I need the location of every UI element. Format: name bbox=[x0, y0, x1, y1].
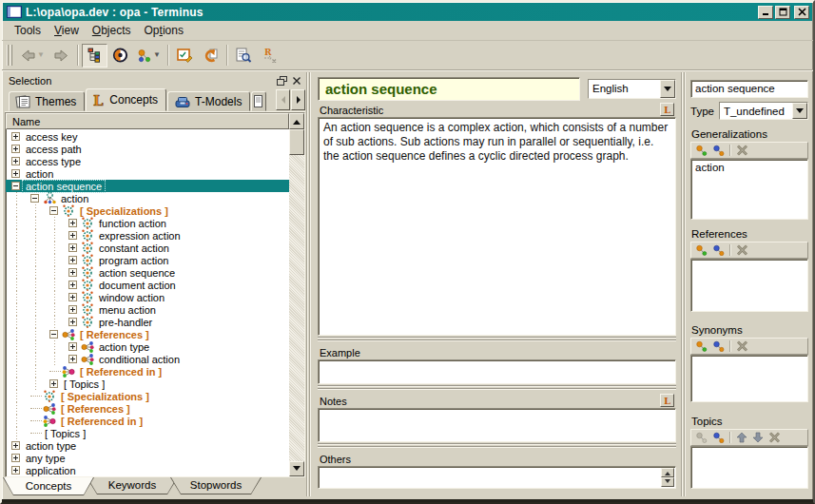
tree-row[interactable]: any type bbox=[6, 452, 289, 464]
tree-row[interactable]: [ References ] bbox=[6, 402, 289, 415]
tree-row[interactable]: window action bbox=[6, 291, 289, 303]
tree-row[interactable]: constant action bbox=[6, 242, 289, 254]
back-button[interactable]: ▼ bbox=[16, 44, 49, 68]
refresh-button[interactable]: R bbox=[257, 44, 282, 68]
down-arrow-icon[interactable] bbox=[752, 432, 764, 443]
minimize-button[interactable] bbox=[758, 6, 773, 19]
tree-row[interactable]: action type bbox=[6, 439, 289, 452]
language-select[interactable]: English bbox=[588, 79, 676, 99]
mini-scroll-down-button[interactable] bbox=[661, 477, 674, 487]
section-list[interactable] bbox=[690, 355, 808, 402]
tab-scroll-left-button[interactable] bbox=[276, 89, 290, 110]
expand-icon[interactable] bbox=[68, 268, 77, 277]
objects-button[interactable]: ▼ bbox=[133, 44, 165, 68]
field-others[interactable] bbox=[318, 466, 676, 489]
up-arrow-icon[interactable] bbox=[736, 432, 747, 443]
delete-icon[interactable] bbox=[736, 340, 748, 352]
delete-icon[interactable] bbox=[768, 432, 781, 443]
add-ref-icon[interactable] bbox=[712, 432, 725, 443]
expand-icon[interactable] bbox=[68, 256, 77, 264]
expand-icon[interactable] bbox=[68, 305, 77, 314]
tree-row[interactable]: function action bbox=[6, 217, 289, 229]
scroll-up-button[interactable] bbox=[289, 113, 304, 129]
expand-icon[interactable] bbox=[11, 157, 20, 165]
add-concept-icon[interactable] bbox=[695, 244, 708, 256]
menu-item-tools[interactable]: Tools bbox=[8, 22, 48, 39]
section-list[interactable]: action bbox=[690, 159, 808, 220]
tree-vertical-scrollbar[interactable] bbox=[289, 129, 304, 476]
chevron-down-icon[interactable] bbox=[792, 103, 807, 119]
tree-row[interactable]: [ References ] bbox=[6, 328, 289, 340]
tree-row[interactable]: menu action bbox=[6, 303, 289, 316]
bottom-tab-keywords[interactable]: Keywords bbox=[87, 477, 178, 494]
add-concept-gray-icon[interactable] bbox=[695, 432, 708, 443]
add-ref-icon[interactable] bbox=[712, 145, 725, 156]
tree-row[interactable]: access type bbox=[6, 155, 289, 167]
right-splitter[interactable] bbox=[680, 72, 687, 496]
titlebar[interactable]: L:\opa\opa.dev : opa - Terminus bbox=[3, 3, 812, 21]
mini-scrollbar[interactable] bbox=[661, 468, 674, 487]
expand-icon[interactable] bbox=[68, 342, 77, 351]
tree-row[interactable]: application bbox=[6, 464, 289, 476]
expand-icon[interactable] bbox=[11, 454, 20, 462]
tab-more[interactable] bbox=[251, 91, 266, 111]
close-button[interactable] bbox=[794, 6, 809, 19]
tab-concepts[interactable]: LConcepts bbox=[86, 88, 166, 111]
collapse-icon[interactable] bbox=[49, 206, 58, 215]
term-title[interactable]: action sequence bbox=[318, 77, 580, 101]
tree-row[interactable]: document action bbox=[6, 279, 289, 291]
tree-row[interactable]: action type bbox=[6, 340, 289, 353]
edit-form-button[interactable] bbox=[172, 44, 198, 68]
tree-row[interactable]: pre-handler bbox=[6, 316, 289, 328]
field-example[interactable] bbox=[318, 359, 676, 384]
tree-row[interactable]: [ Topics ] bbox=[6, 427, 289, 439]
dock-close-icon[interactable] bbox=[290, 74, 303, 87]
collapse-icon[interactable] bbox=[49, 330, 58, 339]
tree-row[interactable]: conditional action bbox=[6, 353, 289, 365]
expand-icon[interactable] bbox=[68, 355, 77, 363]
expand-icon[interactable] bbox=[11, 466, 20, 475]
expand-icon[interactable] bbox=[11, 145, 20, 153]
report-button[interactable] bbox=[231, 44, 257, 68]
chevron-down-icon[interactable] bbox=[660, 80, 675, 98]
section-list[interactable] bbox=[690, 259, 808, 312]
tree-row[interactable]: program action bbox=[6, 254, 289, 266]
mini-scroll-up-button[interactable] bbox=[661, 468, 674, 477]
web-button[interactable] bbox=[107, 44, 133, 68]
tree-view-button[interactable] bbox=[82, 44, 107, 68]
toolbar-handle[interactable] bbox=[7, 45, 13, 66]
tree-row[interactable]: expression action bbox=[6, 229, 289, 242]
maximize-button[interactable] bbox=[775, 6, 790, 19]
expand-icon[interactable] bbox=[68, 243, 77, 252]
tab-t-models[interactable]: T-Models bbox=[167, 91, 250, 111]
expand-icon[interactable] bbox=[11, 132, 20, 141]
section-splitter[interactable] bbox=[318, 336, 676, 343]
field-characteristic[interactable]: An action sequence is a complex action, … bbox=[318, 117, 676, 336]
language-variant-button[interactable]: L bbox=[660, 394, 674, 407]
delete-icon[interactable] bbox=[736, 145, 748, 156]
add-concept-icon[interactable] bbox=[695, 145, 708, 156]
add-ref-icon[interactable] bbox=[712, 244, 725, 256]
scrollbar-track[interactable] bbox=[289, 155, 304, 461]
tree-row[interactable]: action bbox=[6, 192, 289, 204]
tree-row[interactable]: [ Referenced in ] bbox=[6, 415, 289, 427]
type-select[interactable]: T_undefined bbox=[719, 102, 808, 120]
tree-row[interactable]: [ Specializations ] bbox=[6, 390, 289, 402]
expand-icon[interactable] bbox=[11, 169, 20, 178]
field-notes[interactable] bbox=[318, 408, 676, 442]
tab-themes[interactable]: Themes bbox=[9, 91, 85, 111]
bottom-tab-concepts[interactable]: Concepts bbox=[3, 477, 94, 495]
tree-row[interactable]: [ Referenced in ] bbox=[6, 365, 289, 378]
tree-row[interactable]: [ Specializations ] bbox=[6, 204, 289, 217]
chevron-down-icon[interactable]: ▼ bbox=[37, 51, 45, 59]
menu-item-options[interactable]: Options bbox=[138, 22, 190, 39]
menu-item-view[interactable]: View bbox=[48, 22, 86, 39]
expand-icon[interactable] bbox=[68, 219, 77, 227]
scrollbar-thumb[interactable] bbox=[289, 129, 304, 155]
delete-icon[interactable] bbox=[736, 244, 748, 256]
list-item[interactable]: action bbox=[695, 162, 804, 174]
scroll-down-button[interactable] bbox=[289, 461, 304, 476]
tree-row[interactable]: action sequence bbox=[6, 180, 289, 192]
section-splitter[interactable] bbox=[318, 442, 676, 450]
tree-row[interactable]: access key bbox=[6, 130, 289, 143]
